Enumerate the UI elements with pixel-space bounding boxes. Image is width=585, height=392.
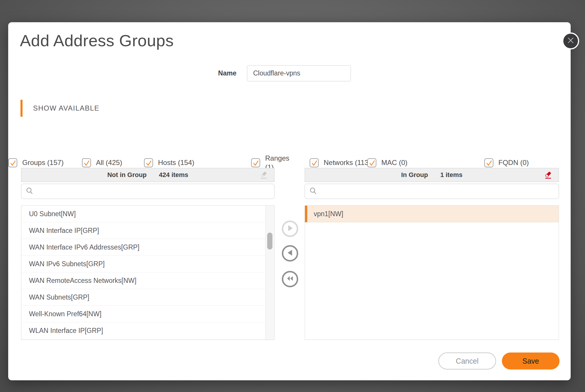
arrow-left-icon: [286, 249, 294, 258]
address-object-label: WAN Interface IP[GRP]: [29, 227, 99, 235]
filter-label: MAC (0): [381, 159, 407, 167]
address-object-row[interactable]: WAN RemoteAccess Networks[NW]: [21, 272, 265, 289]
cancel-button[interactable]: Cancel: [438, 353, 496, 369]
address-object-label: WAN Subnets[GRP]: [29, 293, 89, 301]
address-object-label: Well-Known Pref64[NW]: [29, 310, 102, 318]
close-icon: [567, 37, 574, 45]
eraser-icon[interactable]: [259, 171, 268, 180]
filter-label: Groups (157): [22, 159, 64, 167]
section-title: SHOW AVAILABLE: [33, 104, 99, 112]
section-accent-bar: [20, 100, 23, 117]
address-object-label: WAN RemoteAccess Networks[NW]: [29, 277, 136, 285]
filter-label: Hosts (154): [158, 159, 194, 167]
close-button[interactable]: [562, 32, 579, 49]
search-input[interactable]: [321, 184, 555, 199]
not-in-group-panel: Not in Group 424 items: [21, 168, 275, 182]
dialog-title: Add Address Groups: [20, 31, 174, 50]
filter-label: FQDN (0): [498, 159, 529, 167]
move-left-button[interactable]: [282, 245, 298, 262]
address-object-label: vpn1[NW]: [314, 210, 343, 218]
panel-title: In Group: [401, 171, 428, 179]
checkbox-checked-icon: [484, 158, 493, 167]
checkbox-checked-icon: [8, 158, 17, 167]
search-icon: [25, 187, 34, 196]
address-object-row[interactable]: WLAN Interface IP[GRP]: [21, 322, 265, 339]
panel-title: Not in Group: [107, 171, 147, 179]
address-object-row[interactable]: WAN Interface IPv6 Addresses[GRP]: [21, 239, 265, 256]
address-object-label: WAN Interface IPv6 Addresses[GRP]: [29, 243, 140, 251]
in-group-panel: In Group 1 items: [305, 168, 559, 182]
checkbox-checked-icon: [144, 158, 153, 167]
screen-overlay: Add Address Groups Name SHOW AVAILABLE A…: [0, 0, 585, 392]
in-group-header: In Group 1 items: [305, 168, 559, 182]
checkbox-checked-icon: [251, 158, 260, 167]
not-in-group-list: U0 Subnet[NW] WAN Interface IP[GRP] WAN …: [21, 206, 265, 340]
in-group-list: vpn1[NW]: [305, 206, 559, 340]
show-available-section: SHOW AVAILABLE: [20, 99, 99, 117]
checkbox-checked-icon: [82, 158, 91, 167]
save-button[interactable]: Save: [502, 353, 560, 369]
address-object-row[interactable]: WAN Subnets[GRP]: [21, 289, 265, 306]
move-right-button[interactable]: [282, 221, 298, 237]
address-object-row[interactable]: U0 Subnet[NW]: [21, 206, 265, 222]
search-input[interactable]: [37, 184, 270, 199]
arrow-right-icon: [286, 224, 294, 233]
move-all-left-button[interactable]: [282, 271, 298, 287]
in-group-list-wrap: vpn1[NW]: [305, 205, 559, 340]
address-object-label: WLAN Interface IP[GRP]: [29, 327, 103, 335]
address-object-row[interactable]: WAN IPv6 Subnets[GRP]: [21, 256, 265, 272]
in-group-search: [305, 184, 559, 199]
panel-item-count: 424 items: [159, 171, 188, 179]
address-object-row[interactable]: WAN Interface IP[GRP]: [21, 222, 265, 239]
address-object-label: U0 Subnet[NW]: [29, 210, 76, 218]
scrollbar-track[interactable]: [265, 206, 274, 340]
address-object-row[interactable]: vpn1[NW]: [305, 206, 559, 222]
eraser-red-icon[interactable]: [543, 171, 553, 180]
checkbox-checked-icon: [367, 158, 376, 167]
not-in-group-header: Not in Group 424 items: [21, 168, 275, 182]
address-object-label: WAN IPv6 Subnets[GRP]: [29, 260, 105, 268]
not-in-group-search: [21, 184, 275, 199]
not-in-group-list-wrap: U0 Subnet[NW] WAN Interface IP[GRP] WAN …: [21, 205, 275, 340]
add-address-groups-dialog: Add Address Groups Name SHOW AVAILABLE A…: [8, 22, 571, 380]
filter-label: Networks (113): [324, 159, 371, 167]
name-input[interactable]: [247, 65, 351, 81]
panel-item-count: 1 items: [440, 171, 462, 179]
double-arrow-left-icon: [286, 275, 294, 283]
checkbox-checked-icon: [310, 158, 319, 167]
scrollbar-thumb[interactable]: [267, 233, 272, 250]
name-field-label: Name: [198, 65, 236, 81]
address-object-row[interactable]: Well-Known Pref64[NW]: [21, 306, 265, 322]
filter-label: All (425): [96, 159, 122, 167]
search-icon: [309, 187, 317, 196]
